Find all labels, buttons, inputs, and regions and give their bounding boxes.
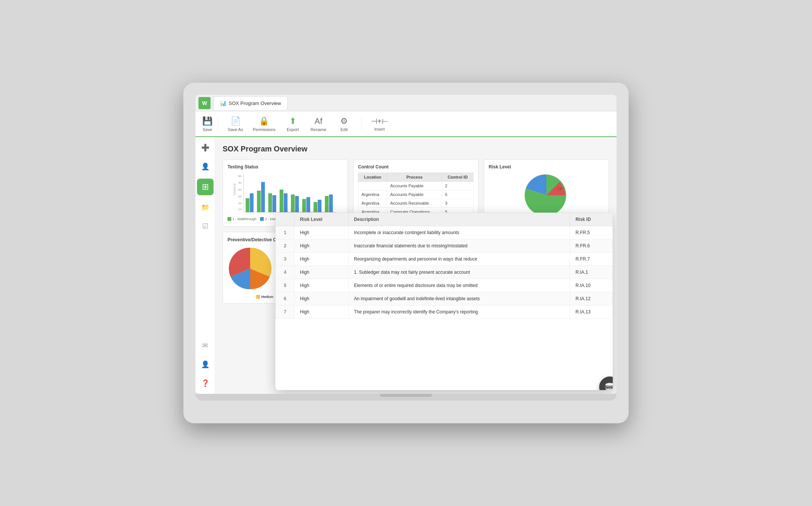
- col-risk-level: Risk Level: [295, 213, 349, 226]
- svg-rect-20: [314, 202, 317, 212]
- edit-label: Edit: [340, 127, 348, 132]
- cell-description: Reorganizing departments and personnel i…: [349, 253, 570, 266]
- cell-controlid: 3: [442, 199, 473, 208]
- cell-risk-id: R.FR.7: [570, 253, 613, 266]
- cell-controlid: 2: [442, 182, 473, 190]
- cell-controlid: 6: [442, 190, 473, 199]
- cell-risk-level: High: [295, 279, 349, 292]
- cell-risk-id: R.IA.13: [570, 305, 613, 319]
- laptop-base: [195, 394, 617, 401]
- sidebar-mail-icon[interactable]: ✉: [198, 339, 212, 352]
- cell-location: Argentina: [358, 199, 387, 208]
- sidebar-add-icon[interactable]: ➕: [198, 141, 212, 154]
- cell-process: Accounts Payable: [387, 182, 442, 190]
- table-row: Accounts Payable 2: [358, 182, 474, 190]
- cell-row-num: 5: [276, 279, 295, 292]
- sidebar-check-icon[interactable]: ☑: [198, 219, 212, 233]
- cell-risk-id: R.FR.6: [570, 239, 613, 253]
- save-icon: 💾: [202, 116, 212, 126]
- sidebar-dashboard-icon[interactable]: ⊞: [197, 179, 214, 195]
- cell-risk-level: High: [295, 305, 349, 319]
- overlay-table-row: 2 High Inaccurate financial statements d…: [276, 239, 613, 253]
- svg-rect-33: [256, 295, 260, 299]
- svg-text:20: 20: [238, 202, 241, 205]
- cell-description: Inaccurate financial statements due to m…: [349, 239, 570, 253]
- col-process: Process: [387, 173, 442, 182]
- insert-button[interactable]: ⊣+⊢ Insert: [371, 117, 388, 131]
- overlay-table-row: 1 High Incomplete or inaccurate continge…: [276, 226, 613, 239]
- sidebar: ➕ 👤 ⊞ 📁 ☑ ✉ 👤 ❓: [195, 137, 215, 394]
- sidebar-profile-icon[interactable]: 👤: [198, 358, 212, 371]
- testing-status-title: Testing Status: [228, 164, 343, 170]
- svg-rect-13: [272, 195, 276, 212]
- overlay-table-row: 7 High The preparer may incorrectly iden…: [276, 305, 613, 319]
- svg-text:50: 50: [238, 181, 241, 185]
- cell-description: An impairment of goodwill and indefinite…: [349, 292, 570, 305]
- overlay-table-row: 4 High 1. Subledger data may not fairly …: [276, 266, 613, 279]
- svg-point-37: [606, 383, 613, 386]
- cell-risk-level: High: [295, 226, 349, 239]
- svg-rect-30: [228, 217, 231, 221]
- overlay-table-row: 6 High An impairment of goodwill and ind…: [276, 292, 613, 305]
- save-as-button[interactable]: 📄 Save As: [227, 116, 244, 132]
- cell-risk-id: R.FR.5: [570, 226, 613, 239]
- svg-rect-23: [329, 194, 333, 212]
- svg-text:60: 60: [238, 174, 241, 178]
- sidebar-folder-icon[interactable]: 📁: [198, 201, 212, 214]
- export-button[interactable]: ⬆ Export: [285, 116, 301, 132]
- cell-description: The preparer may incorrectly identify th…: [349, 305, 570, 319]
- control-count-table: Location Process Control ID Accounts Pay…: [358, 173, 474, 216]
- col-risk-id: Risk ID: [570, 213, 613, 226]
- cell-risk-level: High: [295, 266, 349, 279]
- laptop-screen: W 📊 SOX Program Overview 💾 Save 📄 Save A…: [195, 95, 617, 394]
- tab-sox-overview[interactable]: 📊 SOX Program Overview: [214, 96, 288, 110]
- col-control-id: Control ID: [442, 173, 473, 182]
- svg-rect-9: [250, 193, 254, 212]
- cell-risk-level: High: [295, 239, 349, 253]
- svg-text:10: 10: [238, 208, 241, 211]
- svg-rect-31: [260, 217, 264, 221]
- table-row: Argentina Accounts Receivable 3: [358, 199, 474, 208]
- main-layout: ➕ 👤 ⊞ 📁 ☑ ✉ 👤 ❓ SOX Program Overview Tes…: [195, 137, 617, 394]
- cell-description: Elements of or entire required disclosur…: [349, 279, 570, 292]
- edit-button[interactable]: ⚙ Edit: [336, 116, 352, 132]
- svg-rect-18: [302, 199, 306, 212]
- svg-rect-22: [325, 196, 329, 212]
- svg-rect-15: [284, 193, 288, 212]
- tab-title: SOX Program Overview: [229, 100, 281, 106]
- tab-bar: W 📊 SOX Program Overview: [195, 95, 617, 111]
- cell-row-num: 2: [276, 239, 295, 253]
- save-button[interactable]: 💾 Save: [201, 116, 218, 132]
- app-logo: W: [198, 97, 211, 109]
- rename-button[interactable]: Af Rename: [310, 116, 327, 132]
- bar-chart-svg: 60 50 40 30 20 10: [228, 173, 343, 214]
- svg-rect-12: [268, 193, 272, 212]
- cell-location: Argentina: [358, 190, 387, 199]
- col-location: Location: [358, 173, 387, 182]
- svg-text:30: 30: [238, 195, 241, 198]
- cell-location: [358, 182, 387, 190]
- svg-text:Control ID: Control ID: [233, 183, 236, 195]
- table-row: Argentina Accounts Payable 6: [358, 190, 474, 199]
- svg-rect-10: [257, 191, 261, 212]
- export-icon: ⬆: [289, 116, 296, 126]
- sidebar-help-icon[interactable]: ❓: [198, 376, 212, 390]
- cell-risk-level: High: [295, 253, 349, 266]
- sidebar-user-icon[interactable]: 👤: [198, 160, 212, 173]
- col-description: Description: [349, 213, 570, 226]
- cell-row-num: 6: [276, 292, 295, 305]
- svg-rect-17: [295, 196, 299, 212]
- overlay-table-head: Risk Level Description Risk ID: [276, 213, 613, 226]
- col-num: [276, 213, 295, 226]
- export-label: Export: [287, 127, 299, 132]
- svg-rect-11: [261, 182, 265, 212]
- bottom-right-db-icon[interactable]: [599, 376, 613, 390]
- svg-rect-19: [306, 197, 310, 212]
- save-as-label: Save As: [228, 127, 243, 132]
- svg-text:0 Not Started: 0 Not Started: [246, 213, 261, 214]
- svg-rect-16: [291, 194, 295, 212]
- svg-text:40: 40: [238, 188, 241, 191]
- cell-description: 1. Subledger data may not fairly present…: [349, 266, 570, 279]
- tab-icon: 📊: [220, 100, 226, 106]
- permissions-button[interactable]: 🔒 Permissions: [253, 116, 275, 132]
